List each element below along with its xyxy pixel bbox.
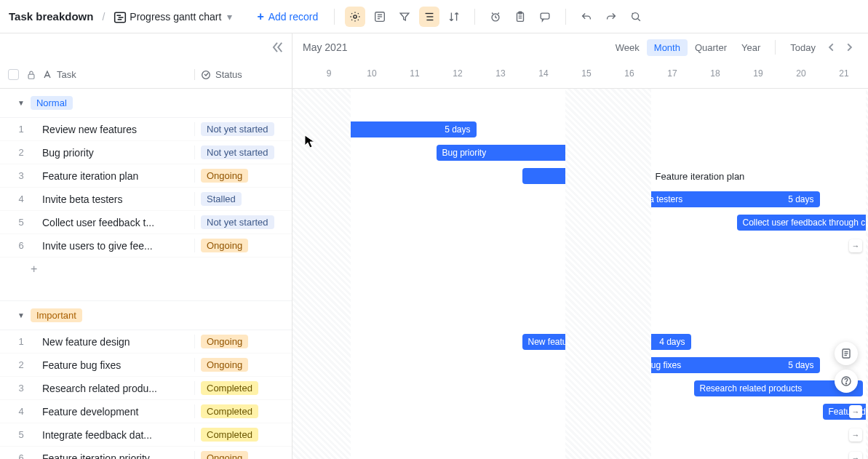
field-config-button[interactable]: [370, 7, 390, 27]
status-pill: Completed: [201, 404, 258, 418]
bar-label: Collect user feedback through chann...: [743, 217, 869, 228]
status-cell[interactable]: Completed: [194, 404, 292, 418]
timeline-month-label: May 2021: [303, 41, 347, 53]
table-row[interactable]: 2Bug priorityNot yet started: [0, 141, 292, 164]
status-pill: Ongoing: [201, 451, 248, 459]
table-row[interactable]: 3Research related produ...Completed: [0, 377, 292, 400]
svg-line-19: [638, 18, 640, 20]
settings-button[interactable]: [345, 7, 365, 27]
add-record-button[interactable]: + Add record: [251, 7, 324, 26]
group-header[interactable]: ▼Important: [0, 301, 292, 330]
status-cell[interactable]: Ongoing: [194, 451, 292, 459]
select-field-icon: [201, 70, 211, 80]
table-row[interactable]: 6Invite users to give fee...Ongoing: [0, 234, 292, 258]
select-all-checkbox[interactable]: [0, 69, 26, 80]
day-label: 18: [710, 68, 720, 79]
prev-button[interactable]: [823, 39, 840, 56]
view-name: Progress gantt chart: [130, 11, 221, 23]
column-status-label: Status: [215, 69, 242, 80]
view-selector[interactable]: Progress gantt chart ▾: [114, 11, 232, 23]
row-index: 4: [0, 193, 42, 204]
day-label: 16: [624, 68, 634, 79]
floating-help-button[interactable]: [835, 370, 858, 393]
row-index: 6: [0, 240, 42, 251]
table-row[interactable]: 1Review new featuresNot yet started: [0, 118, 292, 141]
table-row[interactable]: 4Invite beta testersStalled: [0, 188, 292, 211]
column-status-header[interactable]: Status: [194, 69, 292, 80]
divider: [775, 40, 776, 55]
table-row[interactable]: 3Feature iteration planOngoing: [0, 164, 292, 188]
column-task-label: Task: [57, 69, 76, 80]
row-overflow-right-icon[interactable]: →: [849, 428, 862, 442]
svg-point-4: [354, 15, 357, 17]
redo-button[interactable]: [601, 7, 621, 27]
floating-doc-button[interactable]: [835, 342, 858, 365]
day-label: 17: [667, 68, 677, 79]
status-cell[interactable]: Ongoing: [194, 169, 292, 183]
status-cell[interactable]: Ongoing: [194, 335, 292, 348]
status-pill: Ongoing: [201, 239, 248, 252]
divider: [474, 9, 475, 25]
task-name: Invite users to give fee...: [42, 240, 194, 252]
day-header: 9101112131415161718192021: [292, 61, 868, 89]
gantt-bar[interactable]: Collect user feedback through chann...5 …: [737, 215, 869, 231]
bar-duration: 5 days: [788, 194, 813, 204]
collapse-panel-icon[interactable]: [270, 40, 284, 55]
bar-duration: 4 days: [659, 337, 685, 347]
divider: [334, 9, 335, 25]
status-pill: Completed: [201, 381, 258, 395]
task-name: Feature bug fixes: [42, 359, 194, 371]
next-button[interactable]: [840, 39, 858, 56]
bar-duration: 5 days: [445, 124, 470, 135]
group-button[interactable]: [419, 7, 439, 27]
row-overflow-right-icon[interactable]: →: [849, 452, 862, 459]
table-row[interactable]: 6Feature iteration priorityOngoing: [0, 447, 292, 459]
add-row-button[interactable]: +: [0, 258, 292, 281]
breadcrumb-sep: /: [102, 11, 105, 23]
status-cell[interactable]: Not yet started: [194, 145, 292, 159]
day-label: 9: [327, 68, 332, 79]
breadcrumb-root[interactable]: Task breakdown: [9, 10, 93, 23]
status-cell[interactable]: Completed: [194, 428, 292, 442]
zoom-year[interactable]: Year: [734, 39, 768, 56]
reminder-button[interactable]: [485, 7, 506, 27]
left-panel: Task Status ▼Normal1Review new featuresN…: [0, 33, 292, 459]
table-row[interactable]: 2Feature bug fixesOngoing: [0, 354, 292, 377]
search-button[interactable]: [626, 7, 646, 27]
bar-overflow-right-icon[interactable]: →: [849, 239, 862, 252]
comment-button[interactable]: [535, 7, 555, 27]
group-chip: Important: [31, 308, 82, 322]
sort-button[interactable]: [444, 7, 464, 27]
left-rows: ▼Normal1Review new featuresNot yet start…: [0, 89, 292, 459]
svg-point-22: [202, 71, 210, 79]
status-cell[interactable]: Not yet started: [194, 122, 292, 136]
status-cell[interactable]: Completed: [194, 381, 292, 395]
task-name: Bug priority: [42, 147, 194, 159]
task-name: Integrate feedback dat...: [42, 429, 194, 441]
status-cell[interactable]: Ongoing: [194, 239, 292, 252]
bar-label: Research related products: [700, 383, 803, 394]
zoom-quarter[interactable]: Quarter: [688, 39, 734, 56]
group-header[interactable]: ▼Normal: [0, 89, 292, 118]
bar-overflow-right-icon[interactable]: →: [849, 405, 862, 418]
zoom-month[interactable]: Month: [647, 39, 688, 56]
column-task-header[interactable]: Task: [42, 69, 194, 80]
status-cell[interactable]: Stalled: [194, 192, 292, 206]
status-pill: Ongoing: [201, 335, 248, 348]
table-row[interactable]: 4Feature developmentCompleted: [0, 400, 292, 423]
table-row[interactable]: 5Collect user feedback t...Not yet start…: [0, 211, 292, 234]
table-row[interactable]: 1New feature designOngoing: [0, 330, 292, 354]
table-row[interactable]: 5Integrate feedback dat...Completed: [0, 423, 292, 447]
row-index: 5: [0, 429, 42, 440]
day-label: 20: [796, 68, 805, 79]
filter-button[interactable]: [394, 7, 415, 27]
caret-down-icon: ▼: [17, 311, 25, 319]
add-record-label: Add record: [268, 11, 318, 23]
status-cell[interactable]: Ongoing: [194, 358, 292, 372]
today-button[interactable]: Today: [783, 39, 823, 56]
undo-button[interactable]: [576, 7, 597, 27]
zoom-week[interactable]: Week: [608, 39, 647, 56]
status-cell[interactable]: Not yet started: [194, 215, 292, 229]
svg-point-28: [845, 383, 846, 384]
clipboard-button[interactable]: [510, 7, 530, 27]
